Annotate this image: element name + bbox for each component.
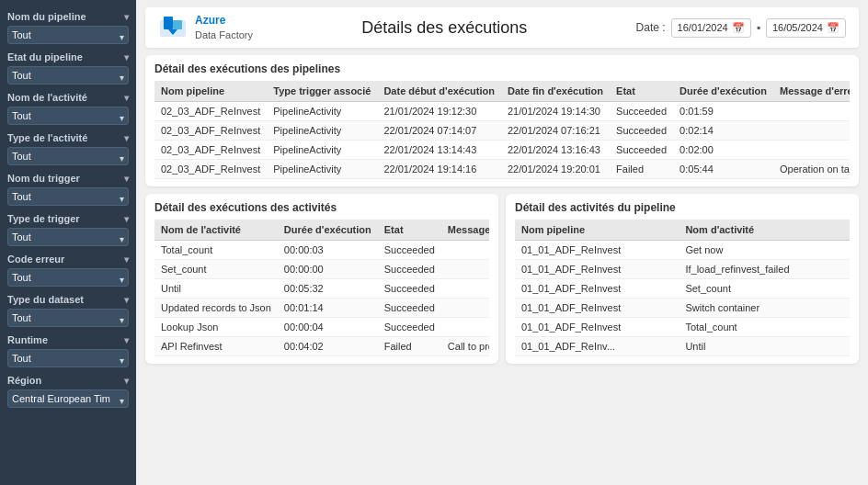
table-cell: 0:02:00 xyxy=(673,141,773,160)
table-row[interactable]: Total_count00:00:03Succeeded xyxy=(154,241,489,260)
table-row[interactable]: Updated records to Json00:01:14Succeeded xyxy=(154,299,489,318)
table-cell xyxy=(441,260,489,279)
table-row[interactable]: 01_01_ADF_ReInv...Until xyxy=(515,337,850,356)
table-cell: PipelineActivity xyxy=(267,160,377,179)
table-row[interactable]: 02_03_ADF_ReInvestPipelineActivity22/01/… xyxy=(154,141,850,160)
table-cell: Get now xyxy=(679,241,850,260)
sidebar-select-wrap: Tout xyxy=(7,105,129,125)
sidebar-select[interactable]: Tout xyxy=(7,309,129,327)
pipeline-col-header: Type trigger associé xyxy=(267,81,377,102)
table-row[interactable]: 01_01_ADF_ReInvestTotal_count xyxy=(515,318,850,337)
table-cell: Failed xyxy=(378,337,441,356)
table-cell xyxy=(773,141,850,160)
chevron-down-icon: ▾ xyxy=(124,376,129,386)
pipeline-section-title: Détail des exécutions des pipelines xyxy=(154,62,850,75)
pipeline-col-header: Date début d'exécution xyxy=(377,81,501,102)
table-cell: 01_01_ADF_ReInv... xyxy=(515,337,679,356)
calendar-to-icon[interactable]: 📅 xyxy=(827,22,839,34)
table-row[interactable]: Until00:05:32Succeeded xyxy=(154,279,489,299)
sidebar-group: Nom du pipeline▾Tout xyxy=(7,9,129,44)
table-cell: 22/01/2024 07:14:07 xyxy=(377,121,501,141)
table-cell: 01_01_ADF_ReInvest xyxy=(515,318,679,337)
chevron-down-icon: ▾ xyxy=(124,174,129,184)
sidebar-select[interactable]: Tout xyxy=(7,26,129,44)
table-row[interactable]: API Refinvest00:04:02FailedCall to provi… xyxy=(154,337,489,356)
sidebar-label-text: Nom du trigger xyxy=(7,173,80,184)
sidebar-group-label: Type de trigger▾ xyxy=(7,211,129,226)
sidebar-label-text: Type du dataset xyxy=(7,294,84,305)
table-cell: 01_01_ADF_ReInvest xyxy=(515,241,679,260)
pipeline-header-row: Nom pipelineType trigger associéDate déb… xyxy=(154,81,850,102)
table-cell: 22/01/2024 07:16:21 xyxy=(501,121,610,141)
sidebar-select-wrap: Tout xyxy=(7,226,129,246)
pipeline-col-header: Durée d'exécution xyxy=(673,81,773,102)
sidebar-select[interactable]: Tout xyxy=(7,228,129,246)
sidebar-group: Nom du trigger▾Tout xyxy=(7,171,129,206)
date-to-value: 16/05/2024 xyxy=(772,22,823,33)
calendar-from-icon[interactable]: 📅 xyxy=(732,22,745,34)
pipeline-col-header: Nom pipeline xyxy=(154,81,267,102)
sidebar-select[interactable]: Tout xyxy=(7,66,129,85)
table-cell: Succeeded xyxy=(610,102,673,121)
table-row[interactable]: 01_01_ADF_ReInvestIf_load_refinvest_fail… xyxy=(515,260,850,279)
activities-table-header: Nom de l'activitéDurée d'exécutionEtatMe… xyxy=(154,220,489,241)
table-cell: Set_count xyxy=(679,279,850,299)
sidebar-select-wrap: Tout xyxy=(7,266,129,287)
table-cell: 00:00:03 xyxy=(278,241,378,260)
activities-col-header: Durée d'exécution xyxy=(278,220,378,241)
table-row[interactable]: 02_03_ADF_ReInvestPipelineActivity22/01/… xyxy=(154,121,850,141)
activities-section-title: Détail des exécutions des activités xyxy=(154,201,489,214)
table-cell: 00:01:14 xyxy=(278,299,378,318)
chevron-down-icon: ▾ xyxy=(124,295,129,305)
activities-table: Nom de l'activitéDurée d'exécutionEtatMe… xyxy=(154,220,489,356)
table-row[interactable]: Set_count00:00:00Succeeded xyxy=(154,260,489,279)
table-cell: Succeeded xyxy=(378,279,441,299)
pipeline-activities-panel: Détail des activités du pipeline Nom pip… xyxy=(506,194,859,364)
table-row[interactable]: 02_03_ADF_ReInvestPipelineActivity22/01/… xyxy=(154,160,850,179)
activities-table-body: Total_count00:00:03SucceededSet_count00:… xyxy=(154,241,489,356)
table-cell: 0:05:44 xyxy=(673,160,773,179)
sidebar-select[interactable]: Tout xyxy=(7,107,129,125)
sidebar-group: Etat du pipeline▾Tout xyxy=(7,50,129,85)
table-cell: Succeeded xyxy=(378,299,441,318)
date-to-input[interactable]: 16/05/2024 📅 xyxy=(766,18,846,38)
sidebar-select-wrap: Tout xyxy=(7,24,129,44)
table-cell: Succeeded xyxy=(610,141,673,160)
sidebar-group-label: Type du dataset▾ xyxy=(7,292,129,307)
sidebar-select[interactable]: Central European Tim... xyxy=(7,389,129,408)
table-row[interactable]: 01_01_ADF_ReInvestGet now xyxy=(515,241,850,260)
pipeline-executions-card: Détail des exécutions des pipelines Nom … xyxy=(145,55,859,186)
table-cell: 01_01_ADF_ReInvest xyxy=(515,279,679,299)
table-cell: Call to provided Azure xyxy=(441,337,489,356)
table-row[interactable]: Lookup Json00:00:04Succeeded xyxy=(154,318,489,337)
table-cell: 00:00:04 xyxy=(278,318,378,337)
table-row[interactable]: 01_01_ADF_ReInvestSwitch container xyxy=(515,299,850,318)
sidebar-select[interactable]: Tout xyxy=(7,268,129,287)
table-cell xyxy=(441,299,489,318)
sidebar-select[interactable]: Tout xyxy=(7,349,129,367)
sidebar-select[interactable]: Tout xyxy=(7,187,129,206)
table-cell: Total_count xyxy=(679,318,850,337)
table-cell: 0:02:14 xyxy=(673,121,773,141)
table-cell xyxy=(441,279,489,299)
table-row[interactable]: 01_01_ADF_ReInvestSet_count xyxy=(515,279,850,299)
sidebar-label-text: Nom de l'activité xyxy=(7,92,87,103)
svg-rect-1 xyxy=(164,17,173,29)
pipeline-table-header: Nom pipelineType trigger associéDate déb… xyxy=(154,81,850,102)
sidebar-group-label: Runtime▾ xyxy=(7,333,129,347)
date-from-input[interactable]: 16/01/2024 📅 xyxy=(671,18,751,38)
table-cell: Succeeded xyxy=(610,121,673,141)
table-row[interactable]: 02_03_ADF_ReInvestPipelineActivity21/01/… xyxy=(154,102,850,121)
pipeline-col-header: Date fin d'exécution xyxy=(501,81,610,102)
main-content: Azure Data Factory Détails des exécution… xyxy=(136,0,868,485)
table-cell xyxy=(773,102,850,121)
table-cell: Until xyxy=(154,279,278,299)
table-cell: Succeeded xyxy=(378,241,441,260)
sidebar-label-text: Type de trigger xyxy=(7,213,80,224)
table-cell: PipelineActivity xyxy=(267,141,377,160)
pipeline-activities-header-row: Nom pipelineNom d'activité xyxy=(515,220,850,241)
sidebar-label-text: Code erreur xyxy=(7,254,64,265)
bottom-panels: Détail des exécutions des activités Nom … xyxy=(145,194,859,364)
sidebar-select[interactable]: Tout xyxy=(7,147,129,165)
pipeline-table: Nom pipelineType trigger associéDate déb… xyxy=(154,81,850,179)
